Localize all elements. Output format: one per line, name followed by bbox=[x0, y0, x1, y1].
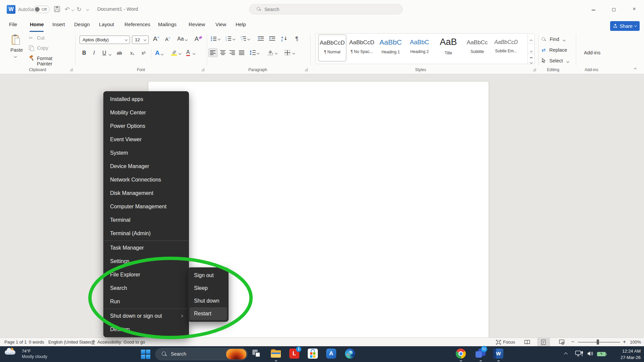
paragraph-dialog-launcher[interactable] bbox=[305, 68, 308, 71]
show-paragraph-marks-button[interactable]: ¶ bbox=[295, 36, 298, 42]
style-no-spacing[interactable]: AaBbCcD ¶ No Spac... bbox=[348, 35, 376, 61]
superscript-button[interactable]: x² bbox=[142, 50, 146, 56]
autosave-toggle[interactable]: Off bbox=[34, 6, 50, 13]
menu-item-network-connections[interactable]: Network Connections bbox=[104, 173, 189, 187]
shading-icon[interactable] bbox=[267, 50, 274, 55]
shrink-font-button[interactable]: A˅ bbox=[165, 36, 170, 42]
zoom-level[interactable]: 100% bbox=[630, 340, 641, 345]
zoom-in-button[interactable]: + bbox=[623, 339, 626, 345]
file-explorer-button[interactable] bbox=[271, 349, 281, 359]
addins-button[interactable]: Add-ins bbox=[581, 33, 603, 65]
multilevel-list-dropdown-icon[interactable] bbox=[247, 38, 250, 40]
search-highlight-image[interactable] bbox=[226, 349, 246, 359]
styles-scroll-down-button[interactable] bbox=[528, 44, 534, 54]
menu-item-run[interactable]: Run bbox=[104, 295, 189, 308]
word-app-icon[interactable]: W bbox=[7, 5, 15, 14]
highlight-color-button[interactable] bbox=[171, 50, 177, 57]
font-name-combobox[interactable]: Aptos (Body) bbox=[80, 36, 130, 44]
shading-dropdown-icon[interactable] bbox=[275, 52, 278, 54]
find-button[interactable]: Find bbox=[542, 37, 565, 42]
restore-button[interactable] bbox=[608, 7, 620, 12]
bullet-list-icon[interactable] bbox=[211, 36, 216, 41]
menu-item-mobility-center[interactable]: Mobility Center bbox=[104, 106, 189, 119]
bullet-list-dropdown-icon[interactable] bbox=[218, 38, 220, 40]
microsoft-store-button[interactable] bbox=[308, 349, 318, 359]
edge-button[interactable] bbox=[345, 349, 355, 359]
read-mode-icon[interactable] bbox=[524, 340, 530, 345]
zoom-slider-thumb[interactable] bbox=[597, 340, 599, 345]
clipboard-dialog-launcher[interactable] bbox=[70, 68, 73, 71]
accessibility-status[interactable]: Accessibility: Good to go bbox=[97, 340, 145, 345]
tab-references[interactable]: References bbox=[125, 21, 150, 27]
task-view-button[interactable] bbox=[252, 350, 261, 358]
style-subtitle[interactable]: AaBbCc Subtitle bbox=[463, 35, 491, 61]
page-indicator[interactable]: Page 1 of 1 bbox=[4, 340, 27, 345]
submenu-item-sign-out[interactable]: Sign out bbox=[188, 269, 228, 282]
word-taskbar-button[interactable]: W bbox=[493, 349, 503, 359]
numbered-list-dropdown-icon[interactable] bbox=[233, 38, 235, 40]
strikethrough-button[interactable]: ab bbox=[117, 50, 122, 56]
collapse-ribbon-button[interactable] bbox=[634, 68, 637, 70]
replace-button[interactable]: ⇄ Replace bbox=[542, 47, 567, 53]
redo-icon[interactable]: ↻ bbox=[77, 6, 82, 13]
a-app-button[interactable]: A bbox=[326, 349, 336, 359]
tab-help[interactable]: Help bbox=[236, 21, 246, 27]
menu-item-settings[interactable]: Settings bbox=[104, 255, 189, 268]
decrease-indent-icon[interactable] bbox=[258, 36, 264, 41]
multilevel-list-icon[interactable]: 1ai bbox=[240, 36, 246, 41]
styles-gallery-expand-button[interactable] bbox=[528, 54, 534, 64]
line-spacing-icon[interactable] bbox=[250, 50, 256, 55]
menu-item-terminal-admin[interactable]: Terminal (Admin) bbox=[104, 227, 189, 240]
text-effects-button[interactable]: A bbox=[155, 49, 163, 57]
zoom-out-button[interactable]: − bbox=[571, 339, 574, 345]
borders-dropdown-icon[interactable] bbox=[292, 52, 295, 54]
style-title[interactable]: AaB Title bbox=[434, 35, 462, 61]
chrome-button[interactable] bbox=[456, 349, 466, 359]
tab-mailings[interactable]: Mailings bbox=[158, 21, 177, 27]
menu-item-search[interactable]: Search bbox=[104, 281, 189, 295]
taskbar-search-box[interactable]: Search bbox=[155, 348, 248, 360]
language-indicator[interactable]: English (United States) bbox=[48, 340, 93, 345]
close-button[interactable]: × bbox=[628, 7, 640, 12]
style-normal[interactable]: AaBbCcD ¶ Normal bbox=[318, 35, 346, 61]
subscript-button[interactable]: x₂ bbox=[130, 50, 134, 56]
messages-app-button[interactable]: 51 bbox=[476, 349, 486, 359]
font-color-button[interactable]: A bbox=[186, 49, 190, 55]
align-center-icon[interactable] bbox=[220, 50, 226, 55]
volume-icon[interactable] bbox=[587, 351, 594, 357]
menu-item-installed-apps[interactable]: Installed apps bbox=[104, 93, 189, 106]
l-app-button[interactable]: L 1 bbox=[289, 349, 299, 359]
minimize-button[interactable] bbox=[587, 7, 599, 12]
style-heading1[interactable]: AaBbC Heading 1 bbox=[377, 35, 405, 61]
word-count[interactable]: 0 words bbox=[29, 340, 44, 345]
menu-item-terminal[interactable]: Terminal bbox=[104, 213, 189, 227]
menu-item-computer-management[interactable]: Computer Management bbox=[104, 200, 189, 213]
cut-button[interactable]: ✂ Cut bbox=[29, 35, 33, 41]
underline-button[interactable]: U bbox=[102, 50, 106, 56]
undo-dropdown-icon[interactable] bbox=[71, 8, 74, 11]
borders-icon[interactable] bbox=[285, 50, 290, 55]
focus-button[interactable]: Focus bbox=[503, 340, 515, 345]
paste-button[interactable]: Paste bbox=[8, 34, 24, 66]
line-spacing-dropdown-icon[interactable] bbox=[257, 52, 259, 54]
bold-button[interactable]: B bbox=[82, 50, 86, 56]
share-button[interactable]: Share bbox=[610, 21, 640, 31]
underline-dropdown-icon[interactable] bbox=[109, 53, 111, 56]
style-subtle-emphasis[interactable]: AaBbCcD Subtle Em... bbox=[492, 35, 520, 61]
menu-item-file-explorer[interactable]: File Explorer bbox=[104, 268, 189, 281]
clear-formatting-button[interactable]: A bbox=[195, 36, 199, 43]
styles-dialog-launcher[interactable] bbox=[533, 68, 536, 71]
increase-indent-icon[interactable] bbox=[269, 36, 275, 41]
menu-item-device-manager[interactable]: Device Manager bbox=[104, 160, 189, 173]
submenu-item-sleep[interactable]: Sleep bbox=[188, 282, 228, 295]
tab-insert[interactable]: Insert bbox=[52, 21, 65, 27]
menu-item-disk-management[interactable]: Disk Management bbox=[104, 187, 189, 200]
menu-item-task-manager[interactable]: Task Manager bbox=[104, 241, 189, 255]
web-layout-icon[interactable] bbox=[559, 340, 564, 345]
menu-item-power-options[interactable]: Power Options bbox=[104, 119, 189, 133]
font-size-combobox[interactable]: 12 bbox=[132, 36, 149, 44]
change-case-button[interactable]: Aa bbox=[177, 36, 187, 42]
undo-icon[interactable]: ↶ bbox=[65, 6, 70, 13]
tab-view[interactable]: View bbox=[215, 21, 226, 27]
tab-review[interactable]: Review bbox=[189, 21, 205, 27]
